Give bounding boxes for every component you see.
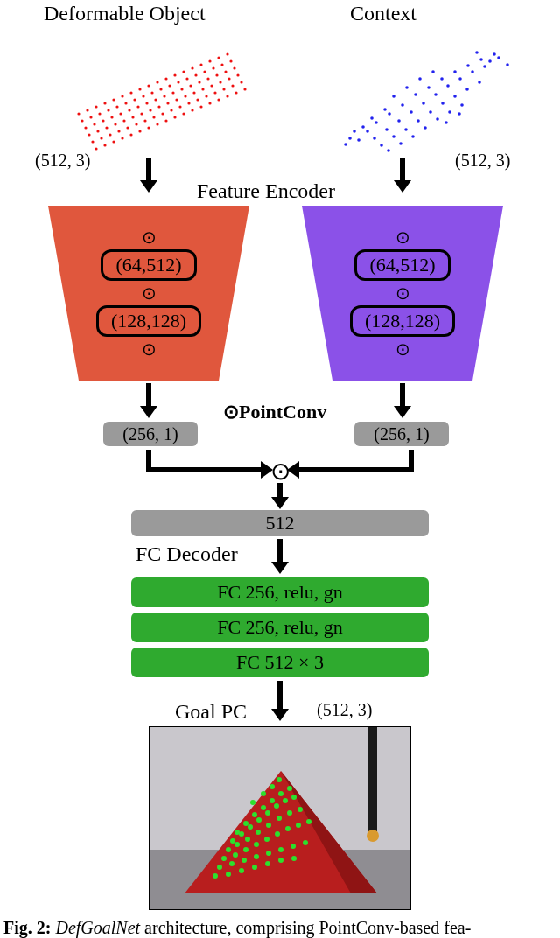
svg-point-141 — [411, 135, 415, 138]
svg-point-79 — [152, 116, 155, 118]
svg-point-101 — [191, 108, 193, 111]
context-pointcloud — [306, 26, 534, 166]
svg-point-28 — [168, 84, 171, 87]
svg-point-205 — [266, 822, 271, 828]
svg-point-0 — [77, 112, 80, 115]
encoder-right-block-2: (128,128) — [350, 305, 455, 337]
svg-point-99 — [173, 116, 176, 118]
svg-point-67 — [201, 88, 204, 90]
svg-point-148 — [353, 130, 356, 133]
svg-point-108 — [366, 130, 369, 133]
svg-point-147 — [348, 136, 352, 140]
svg-point-109 — [374, 121, 378, 124]
svg-point-159 — [383, 108, 387, 111]
svg-point-64 — [175, 98, 178, 101]
svg-marker-177 — [271, 562, 289, 574]
svg-point-121 — [385, 128, 388, 131]
svg-point-218 — [217, 864, 222, 870]
feature-left: (256, 1) — [103, 422, 198, 446]
svg-point-46 — [172, 91, 174, 94]
svg-point-53 — [233, 66, 235, 69]
svg-point-126 — [446, 84, 450, 88]
svg-point-201 — [226, 847, 231, 852]
svg-point-73 — [100, 136, 102, 139]
svg-point-41 — [128, 108, 130, 111]
svg-point-115 — [440, 77, 444, 80]
svg-point-38 — [102, 119, 104, 122]
svg-point-16 — [217, 56, 220, 59]
svg-point-144 — [448, 110, 452, 114]
svg-point-223 — [278, 847, 284, 852]
svg-point-35 — [229, 60, 232, 62]
svg-point-77 — [135, 122, 137, 125]
svg-point-47 — [180, 88, 183, 90]
svg-point-228 — [239, 868, 244, 873]
svg-point-11 — [173, 74, 176, 76]
svg-point-117 — [466, 64, 470, 67]
svg-point-66 — [192, 91, 195, 94]
fuse-op-icon: ⊙ — [268, 458, 292, 483]
svg-point-86 — [214, 91, 216, 94]
arrow-down-icon — [267, 483, 293, 509]
svg-point-114 — [427, 86, 430, 89]
svg-marker-175 — [271, 497, 289, 509]
svg-point-152 — [506, 63, 509, 66]
svg-point-1 — [86, 108, 88, 111]
svg-point-233 — [270, 784, 275, 789]
svg-point-110 — [357, 138, 360, 142]
feature-right: (256, 1) — [354, 422, 449, 446]
arrow-down-icon — [389, 382, 416, 420]
svg-point-81 — [170, 108, 172, 111]
arrow-elbow-right-icon — [140, 448, 280, 492]
svg-point-210 — [233, 852, 238, 858]
svg-point-61 — [149, 108, 151, 111]
encoder-title: Feature Encoder — [197, 179, 335, 203]
svg-point-130 — [380, 144, 383, 147]
svg-point-23 — [124, 102, 127, 104]
svg-point-91 — [103, 144, 106, 146]
svg-point-9 — [156, 80, 158, 83]
pointconv-op-icon: ⊙ — [396, 340, 410, 358]
svg-point-125 — [434, 93, 438, 96]
svg-point-20 — [98, 112, 101, 115]
svg-point-155 — [418, 77, 422, 80]
svg-point-100 — [182, 112, 185, 115]
svg-point-187 — [243, 821, 248, 826]
svg-point-135 — [441, 102, 444, 105]
diagram-page: Deformable Object Context — [0, 0, 560, 938]
arrow-down-icon — [136, 382, 162, 420]
decoder-title: FC Decoder — [136, 542, 238, 566]
svg-point-84 — [196, 98, 199, 101]
svg-point-69 — [219, 80, 221, 83]
svg-point-94 — [130, 133, 132, 136]
svg-point-78 — [144, 119, 146, 122]
svg-point-93 — [121, 136, 123, 139]
svg-point-111 — [388, 112, 391, 116]
svg-point-160 — [444, 121, 448, 124]
pointconv-legend: ⊙PointConv — [223, 401, 326, 424]
svg-point-49 — [198, 80, 200, 83]
fc-layer-2: FC 256, relu, gn — [131, 612, 429, 642]
svg-point-196 — [256, 817, 262, 822]
svg-point-119 — [493, 52, 496, 56]
svg-point-214 — [275, 831, 280, 836]
svg-point-220 — [242, 858, 247, 863]
svg-point-139 — [387, 149, 390, 152]
svg-point-65 — [184, 94, 186, 97]
pointconv-op-icon: ⊙ — [396, 284, 410, 302]
svg-point-150 — [488, 60, 492, 63]
svg-point-17 — [226, 52, 228, 55]
svg-point-158 — [370, 116, 374, 120]
svg-point-106 — [234, 91, 237, 94]
pointconv-op-icon: ⊙ — [142, 284, 157, 302]
svg-point-80 — [161, 112, 164, 115]
svg-point-120 — [373, 136, 376, 140]
svg-point-54 — [88, 133, 90, 136]
svg-point-200 — [291, 794, 297, 800]
svg-point-145 — [460, 103, 464, 107]
svg-point-55 — [96, 130, 99, 132]
svg-point-215 — [285, 826, 290, 831]
svg-point-102 — [200, 105, 202, 108]
svg-point-185 — [367, 830, 379, 842]
figure-caption: Fig. 2: DefGoalNet architecture, compris… — [0, 918, 560, 938]
